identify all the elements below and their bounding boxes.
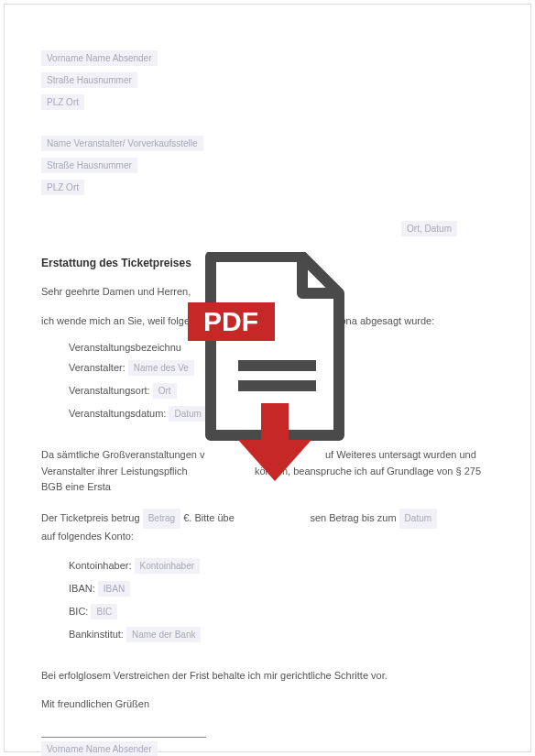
event-organizer-field[interactable]: Name des Ve [128, 360, 194, 376]
price-date-field[interactable]: Datum [399, 509, 437, 529]
price-line-b: €. Bitte übe [183, 512, 235, 523]
body-paragraph-1: Da sämtliche Großveranstaltungen v uf We… [41, 447, 494, 496]
price-paragraph: Der Ticketpreis betrug Betrag €. Bitte ü… [41, 509, 494, 545]
recipient-block: Name Veranstalter/ Vorverkaufsstelle Str… [41, 136, 494, 195]
price-line-d: auf folgendes Konto: [41, 531, 134, 542]
bank-name-field[interactable]: Name der Bank [126, 627, 201, 642]
bank-details: Kontoinhaber: Kontoinhaber IBAN: IBAN BI… [69, 558, 494, 642]
sender-name-field[interactable]: Vorname Name Absender [41, 50, 158, 66]
bank-iban-field[interactable]: IBAN [98, 581, 130, 597]
recipient-city-field[interactable]: PLZ Ort [41, 180, 84, 195]
salutation-text: Sehr geehrte Damen und Herren, [41, 284, 494, 301]
body1-a: Da sämtliche Großveranstaltungen v [41, 449, 205, 460]
event-place-field[interactable]: Ort [153, 383, 177, 399]
price-amount-field[interactable]: Betrag [143, 509, 180, 529]
sender-block: Vorname Name Absender Straße Hausnummer … [41, 50, 494, 110]
intro-text: ich wende mich an Sie, weil folgende n C… [41, 313, 494, 330]
place-date-line: Ort, Datum [41, 221, 494, 236]
intro-post: n Corona abgesagt wurde: [316, 315, 435, 326]
subject-heading: Erstattung des Ticketpreises [41, 257, 494, 269]
bank-iban-label: IBAN: [69, 583, 95, 594]
closing-2: Mit freundlichen Grüßen [41, 696, 494, 713]
event-place-label: Veranstaltungsort: [69, 385, 150, 396]
event-details: Veranstaltungsbezeichnu Veranstalter: Na… [69, 342, 494, 422]
event-organizer-label: Veranstalter: [69, 362, 126, 373]
sender-street-field[interactable]: Straße Hausnummer [41, 72, 137, 88]
bank-name-label: Bankinstitut: [69, 629, 124, 640]
document-page: Vorname Name Absender Straße Hausnummer … [4, 4, 531, 752]
intro-pre: ich wende mich an Sie, weil folgende [41, 315, 206, 326]
recipient-street-field[interactable]: Straße Hausnummer [41, 158, 137, 173]
bank-bic-label: BIC: [69, 606, 88, 617]
bank-holder-field[interactable]: Kontoinhaber [135, 558, 201, 574]
bank-bic-field[interactable]: BIC [91, 604, 117, 619]
recipient-name-field[interactable]: Name Veranstalter/ Vorverkaufsstelle [41, 136, 203, 151]
signature-field[interactable]: Vorname Name Absender [41, 741, 158, 756]
price-line-c: sen Betrag bis zum [310, 512, 396, 523]
event-date-field[interactable]: Datum [169, 406, 206, 422]
place-date-field[interactable]: Ort, Datum [401, 221, 457, 236]
event-name-label: Veranstaltungsbezeichnu [69, 342, 181, 353]
closing-1: Bei erfolglosem Verstreichen der Frist b… [41, 668, 494, 685]
sender-city-field[interactable]: PLZ Ort [41, 94, 84, 110]
price-line-a: Der Ticketpreis betrug [41, 512, 140, 523]
signature-line [41, 737, 206, 738]
event-date-label: Veranstaltungsdatum: [69, 408, 166, 419]
bank-holder-label: Kontoinhaber: [69, 560, 132, 571]
